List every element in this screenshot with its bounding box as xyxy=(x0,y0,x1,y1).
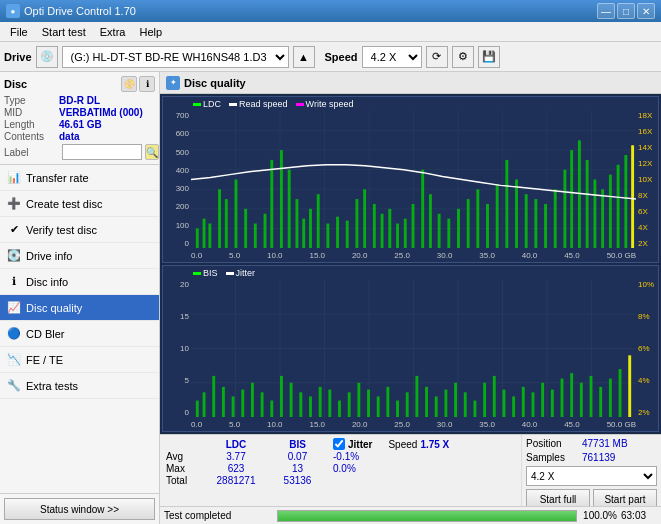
minimize-button[interactable]: — xyxy=(597,3,615,19)
svg-rect-55 xyxy=(544,204,547,248)
speed-header-group: Speed 1.75 X xyxy=(388,439,449,450)
svg-rect-102 xyxy=(415,376,418,417)
eject-button[interactable]: ▲ xyxy=(293,46,315,68)
legend-write-speed: Write speed xyxy=(296,99,354,109)
drive-select[interactable]: (G:) HL-DT-ST BD-RE WH16NS48 1.D3 xyxy=(62,46,289,68)
verify-test-disc-label: Verify test disc xyxy=(26,224,97,236)
contents-key: Contents xyxy=(4,131,59,142)
svg-rect-50 xyxy=(496,184,499,248)
svg-rect-54 xyxy=(534,199,537,248)
sidebar-item-extra-tests[interactable]: 🔧 Extra tests xyxy=(0,373,159,399)
chart1-svg xyxy=(191,111,636,248)
svg-rect-79 xyxy=(196,401,199,417)
sidebar-item-cd-bler[interactable]: 🔵 CD Bler xyxy=(0,321,159,347)
sidebar-item-drive-info[interactable]: 💽 Drive info xyxy=(0,243,159,269)
stats-max-row: Max 623 13 0.0% xyxy=(166,463,515,474)
svg-rect-32 xyxy=(336,217,339,248)
svg-rect-42 xyxy=(421,170,424,248)
menu-file[interactable]: File xyxy=(4,24,34,40)
sidebar-item-disc-info[interactable]: ℹ Disc info xyxy=(0,269,159,295)
legend-ldc: LDC xyxy=(193,99,221,109)
close-button[interactable]: ✕ xyxy=(637,3,655,19)
disc-eject-icon[interactable]: 📀 xyxy=(121,76,137,92)
settings-button[interactable]: ⚙ xyxy=(452,46,474,68)
svg-rect-30 xyxy=(317,194,320,248)
window-controls[interactable]: — □ ✕ xyxy=(597,3,655,19)
write-speed-label: Write speed xyxy=(306,99,354,109)
title-bar: ● Opti Drive Control 1.70 — □ ✕ xyxy=(0,0,661,22)
speed-select[interactable]: 4.2 X xyxy=(362,46,422,68)
sidebar-item-create-test-disc[interactable]: ➕ Create test disc xyxy=(0,191,159,217)
status-window-button[interactable]: Status window >> xyxy=(4,498,155,520)
length-value: 46.61 GB xyxy=(59,119,102,130)
menu-help[interactable]: Help xyxy=(133,24,168,40)
label-key: Label xyxy=(4,147,59,158)
svg-rect-116 xyxy=(551,390,554,417)
drive-info-label: Drive info xyxy=(26,250,72,262)
disc-icon-area[interactable]: 📀 ℹ xyxy=(121,76,155,92)
svg-rect-98 xyxy=(377,396,380,417)
mid-value: VERBATIMd (000) xyxy=(59,107,143,118)
svg-rect-53 xyxy=(525,194,528,248)
svg-rect-80 xyxy=(203,392,206,417)
max-bis: 13 xyxy=(270,463,325,474)
chart2-y-axis-right: 10% 8% 6% 4% 2% xyxy=(636,280,658,417)
sidebar-item-transfer-rate[interactable]: 📊 Transfer rate xyxy=(0,165,159,191)
svg-rect-112 xyxy=(512,396,515,417)
svg-rect-93 xyxy=(328,390,331,417)
svg-rect-87 xyxy=(270,401,273,417)
svg-rect-48 xyxy=(476,189,479,248)
chart2-plot xyxy=(191,280,636,417)
label-input[interactable] xyxy=(62,144,142,160)
drive-label: Drive xyxy=(4,51,32,63)
svg-rect-104 xyxy=(435,396,438,417)
label-set-button[interactable]: 🔍 xyxy=(145,144,159,160)
disc-info-table: Type BD-R DL MID VERBATIMd (000) Length … xyxy=(4,95,155,160)
svg-rect-109 xyxy=(483,383,486,417)
svg-rect-115 xyxy=(541,383,544,417)
disc-info-icon[interactable]: ℹ xyxy=(139,76,155,92)
svg-rect-24 xyxy=(270,160,273,248)
maximize-button[interactable]: □ xyxy=(617,3,635,19)
svg-rect-96 xyxy=(357,383,360,417)
svg-rect-46 xyxy=(457,209,460,248)
cd-bler-icon: 🔵 xyxy=(6,326,22,342)
menu-extra[interactable]: Extra xyxy=(94,24,132,40)
sidebar-item-fe-te[interactable]: 📉 FE / TE xyxy=(0,347,159,373)
svg-rect-38 xyxy=(388,209,391,248)
sidebar-item-disc-quality[interactable]: 📈 Disc quality xyxy=(0,295,159,321)
svg-rect-66 xyxy=(631,145,634,248)
progress-bar-area: Test completed 100.0% 63:03 xyxy=(160,506,661,524)
transfer-rate-label: Transfer rate xyxy=(26,172,89,184)
disc-title: Disc xyxy=(4,78,27,90)
svg-rect-62 xyxy=(601,189,604,248)
save-button[interactable]: 💾 xyxy=(478,46,500,68)
svg-rect-111 xyxy=(503,390,506,417)
svg-rect-122 xyxy=(609,379,612,417)
svg-rect-21 xyxy=(244,209,247,248)
speed-dropdown[interactable]: 4.2 X xyxy=(526,466,657,486)
svg-rect-95 xyxy=(348,392,351,417)
svg-rect-86 xyxy=(261,392,264,417)
disc-info-nav-label: Disc info xyxy=(26,276,68,288)
mid-key: MID xyxy=(4,107,59,118)
transfer-rate-icon: 📊 xyxy=(6,170,22,186)
total-label: Total xyxy=(166,475,202,486)
sidebar-item-verify-test-disc[interactable]: ✔ Verify test disc xyxy=(0,217,159,243)
disc-label-row: Label 🔍 xyxy=(4,144,155,160)
svg-rect-105 xyxy=(444,390,447,417)
chart1-y-axis-left: 700 600 500 400 300 200 100 0 xyxy=(163,111,191,248)
menu-start-test[interactable]: Start test xyxy=(36,24,92,40)
progress-time: 63:03 xyxy=(621,510,657,521)
ldc-label: LDC xyxy=(203,99,221,109)
svg-rect-60 xyxy=(586,160,589,248)
refresh-button[interactable]: ⟳ xyxy=(426,46,448,68)
sidebar: Disc 📀 ℹ Type BD-R DL MID VERBATIMd (000… xyxy=(0,72,160,524)
speed-header-value: 1.75 X xyxy=(420,439,449,450)
svg-rect-28 xyxy=(302,219,305,248)
jitter-checkbox[interactable] xyxy=(333,438,345,450)
svg-rect-35 xyxy=(363,189,366,248)
dq-header-icon: ✦ xyxy=(166,76,180,90)
svg-rect-94 xyxy=(338,401,341,417)
jitter-check-label: Jitter xyxy=(348,439,372,450)
